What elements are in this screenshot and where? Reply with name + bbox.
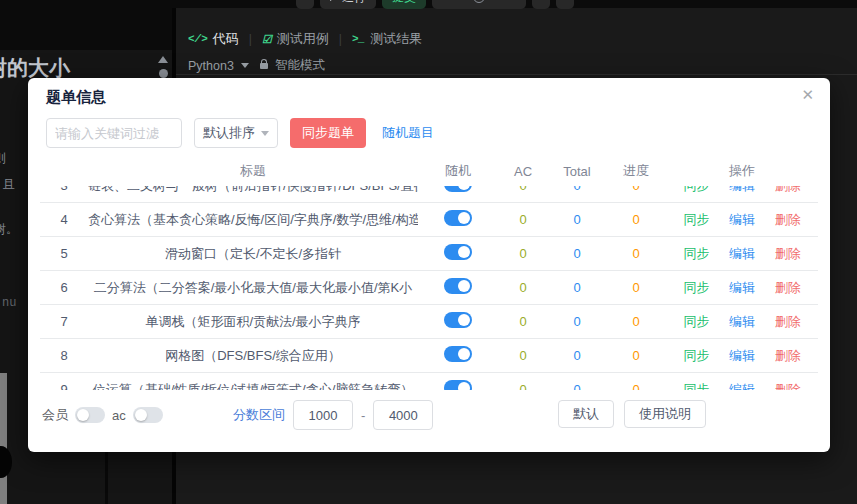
random-toggle[interactable] [444, 210, 472, 226]
terminal-icon: >_ [352, 33, 365, 45]
sync-link[interactable]: 同步 [683, 348, 709, 363]
modal-controls: 默认排序 同步题单 随机题目 [46, 118, 434, 148]
edit-link[interactable]: 编辑 [729, 186, 755, 193]
member-toggle[interactable] [75, 407, 105, 423]
sync-link[interactable]: 同步 [683, 212, 709, 227]
tab-testresult[interactable]: >_ 测试结果 [352, 30, 422, 48]
sync-link[interactable]: 同步 [683, 186, 709, 193]
fullscreen-button[interactable] [556, 0, 574, 9]
sync-list-button[interactable]: 同步题单 [290, 118, 366, 148]
clipped-text-fragment: ，且 [0, 176, 15, 193]
editor-divider [176, 74, 857, 75]
play-icon [330, 0, 337, 1]
modal-footer: 会员 ac 分数区间 - 默认 使用说明 [28, 398, 830, 432]
score-max-input[interactable] [373, 400, 433, 430]
editor-langbar: Python3 智能模式 [188, 57, 325, 74]
table-row: 9 位运算（基础/性质/拆位/试填/恒等式/贪心/脑筋急转弯） 0 0 0 同步… [40, 373, 818, 390]
range-separator: - [361, 408, 365, 423]
sort-select[interactable]: 默认排序 [194, 118, 278, 148]
help-button[interactable]: 使用说明 [624, 400, 706, 428]
random-toggle[interactable] [444, 380, 472, 390]
lock-icon [260, 63, 268, 69]
table-row: 5 滑动窗口（定长/不定长/多指针 0 0 0 同步 编辑 删除 [40, 237, 818, 271]
run-button[interactable]: 运行 [320, 0, 376, 9]
left-scrollbar-track [0, 373, 7, 504]
table-row: 7 单调栈（矩形面积/贡献法/最小字典序 0 0 0 同步 编辑 删除 [40, 305, 818, 339]
edit-link[interactable]: 编辑 [729, 212, 755, 227]
score-min-input[interactable] [293, 400, 353, 430]
settings-button[interactable] [532, 0, 550, 9]
tab-separator: | [339, 32, 342, 46]
random-problem-link[interactable]: 随机题目 [382, 124, 434, 142]
submit-button[interactable]: 提交 [382, 0, 426, 9]
submit-label: 提交 [392, 0, 416, 6]
tab-separator: | [249, 32, 252, 46]
clipped-text-fragment: 则 [0, 150, 6, 167]
table-row: 8 网格图（DFS/BFS/综合应用） 0 0 0 同步 编辑 删除 [40, 339, 818, 373]
delete-link[interactable]: 删除 [775, 246, 801, 261]
close-icon[interactable]: ✕ [801, 87, 814, 102]
edit-link[interactable]: 编辑 [729, 382, 755, 391]
app-root: 运行 提交 树的大小 则 ，且 树。 nu </> 代码 | ☑ [0, 0, 857, 504]
table-header: 标题 随机 AC Total 进度 操作 [40, 158, 818, 184]
random-toggle[interactable] [444, 186, 472, 192]
chevron-down-icon [261, 131, 269, 136]
table-body: 3 链表、二叉树与一般树（前后指针/快慢指针/DFS/BFS/直径/LCA） 0… [40, 186, 818, 390]
modal-title: 题单信息 [46, 88, 106, 107]
default-button[interactable]: 默认 [558, 400, 614, 428]
clipped-code-fragment: nu [2, 296, 16, 310]
random-toggle[interactable] [444, 312, 472, 328]
delete-link[interactable]: 删除 [775, 212, 801, 227]
edit-link[interactable]: 编辑 [729, 348, 755, 363]
tab-testcase[interactable]: ☑ 测试用例 [262, 30, 329, 48]
top-toolbar: 运行 提交 [296, 0, 574, 9]
language-select[interactable]: Python3 [188, 59, 234, 73]
score-range-label: 分数区间 [233, 406, 285, 424]
edit-link[interactable]: 编辑 [729, 280, 755, 295]
code-icon: </> [188, 33, 208, 45]
scroll-up-icon[interactable] [158, 56, 168, 63]
account-button[interactable] [432, 0, 526, 9]
tab-code[interactable]: </> 代码 [188, 30, 239, 48]
sync-link[interactable]: 同步 [683, 314, 709, 329]
edit-link[interactable]: 编辑 [729, 314, 755, 329]
ac-toggle[interactable] [133, 407, 163, 423]
random-toggle[interactable] [444, 278, 472, 294]
delete-link[interactable]: 删除 [775, 280, 801, 295]
table-row: 3 链表、二叉树与一般树（前后指针/快慢指针/DFS/BFS/直径/LCA） 0… [40, 186, 818, 203]
run-label: 运行 [342, 0, 366, 6]
problem-list-modal: 题单信息 ✕ 默认排序 同步题单 随机题目 标题 随机 AC Total 进度 … [28, 78, 830, 452]
edit-link[interactable]: 编辑 [729, 246, 755, 261]
random-toggle[interactable] [444, 244, 472, 260]
layout-icon[interactable] [296, 0, 314, 9]
table-row: 4 贪心算法（基本贪心策略/反悔/区间/字典序/数学/思维/构造） 0 0 0 … [40, 203, 818, 237]
table-row: 6 二分算法（二分答案/最小化最大值/最大化最小值/第K小 0 0 0 同步 编… [40, 271, 818, 305]
delete-link[interactable]: 删除 [775, 348, 801, 363]
delete-link[interactable]: 删除 [775, 382, 801, 391]
sync-link[interactable]: 同步 [683, 382, 709, 391]
editor-tabbar: </> 代码 | ☑ 测试用例 | >_ 测试结果 [188, 30, 422, 48]
chevron-down-icon [241, 63, 249, 68]
avatar-circle-icon [473, 0, 485, 3]
keyword-filter-input[interactable] [46, 118, 182, 148]
delete-link[interactable]: 删除 [775, 186, 801, 193]
scrollbar-thumb[interactable] [159, 69, 168, 78]
sync-link[interactable]: 同步 [683, 280, 709, 295]
delete-link[interactable]: 删除 [775, 314, 801, 329]
bottom-panel-divider [105, 452, 108, 504]
sync-link[interactable]: 同步 [683, 246, 709, 261]
mode-label: 智能模式 [275, 57, 325, 74]
checkbox-icon: ☑ [262, 33, 272, 46]
ac-label: ac [112, 408, 126, 423]
member-label: 会员 [42, 406, 68, 424]
clipped-text-fragment: 树。 [0, 221, 18, 238]
random-toggle[interactable] [444, 346, 472, 362]
